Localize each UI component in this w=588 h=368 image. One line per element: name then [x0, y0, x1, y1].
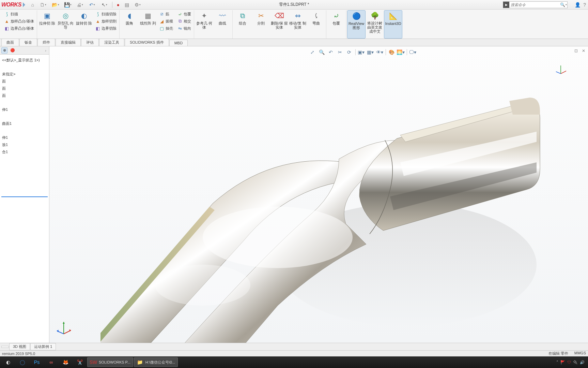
wrap-button[interactable]: ⤾包覆	[176, 11, 192, 17]
search-command-box[interactable]: ▶ 🔍▾	[503, 1, 568, 8]
hole-wizard-button[interactable]: ◎异型孔 向导	[56, 10, 75, 39]
taskbar-photoshop-icon[interactable]: Ps	[30, 357, 44, 367]
tab-sheet-metal[interactable]: 钣金	[19, 39, 37, 46]
tree-plane-1[interactable]: 面	[1, 78, 48, 85]
rib-button[interactable]: ⧄筋	[158, 11, 174, 17]
taskbar-snip-icon[interactable]: ✂️	[73, 357, 87, 367]
curves-button[interactable]: 〰曲线	[213, 10, 232, 39]
help-icon[interactable]: ?	[583, 2, 586, 8]
edit-appearance-icon[interactable]: 🎨	[387, 48, 396, 56]
loft-cut-button[interactable]: ▲放样切割	[94, 18, 118, 25]
zoom-area-icon[interactable]: 🔍	[318, 48, 326, 56]
print-button[interactable]: 🖨▾	[74, 1, 86, 9]
apply-scene-icon[interactable]: 🌅▾	[397, 48, 405, 56]
tab-render[interactable]: 渲染工具	[99, 39, 124, 46]
mirror-button[interactable]: ⇋镜向	[176, 25, 192, 32]
options-icon[interactable]: ▤	[123, 1, 131, 9]
bend-button[interactable]: ⤹弯曲	[307, 10, 325, 39]
orientation-triad-icon[interactable]	[56, 320, 72, 337]
shell-button[interactable]: ▢抽壳	[158, 25, 174, 32]
search-input[interactable]	[509, 3, 560, 7]
ref-geometry-button[interactable]: ✦参考几 何体	[195, 10, 213, 39]
tab-sw-addins[interactable]: SOLIDWORKS 插件	[125, 39, 169, 46]
view-orientation-icon[interactable]: ▣▾	[357, 48, 365, 56]
hide-show-icon[interactable]: 👁▾	[375, 48, 384, 56]
tray-power-icon[interactable]: 🔌	[573, 360, 578, 365]
realview-button[interactable]: 🔵RealView 图形	[347, 10, 366, 39]
revolve-cut-button[interactable]: ◐旋转切 除	[75, 10, 93, 39]
rebuild-button[interactable]: ●	[114, 1, 122, 9]
undo-button[interactable]: ↶▾	[87, 1, 98, 9]
wrap2-button[interactable]: ⤾包覆	[327, 10, 345, 39]
tree-feature-1[interactable]: 伸1	[1, 106, 48, 113]
view-tab-3d[interactable]: 3D 视图	[9, 343, 30, 350]
dynamic-zoom-icon[interactable]: ⟳	[345, 48, 353, 56]
linear-pattern-button[interactable]: ▦线性阵 列	[139, 10, 157, 39]
tray-up-icon[interactable]: ˄	[556, 360, 558, 365]
tab-weldments[interactable]: 焊件	[37, 39, 55, 46]
tab-evaluate[interactable]: 评估	[81, 39, 99, 46]
split-button[interactable]: ✂分割	[252, 10, 270, 39]
tree-feature-2[interactable]: 曲面1	[1, 120, 48, 127]
status-units[interactable]: MMGS	[574, 351, 586, 356]
system-tray[interactable]: ˄ 🚩 🛡 🔌 🔊	[556, 360, 587, 365]
delete-keep-button[interactable]: ⌫删除/保 留实体	[270, 10, 289, 39]
tray-volume-icon[interactable]: 🔊	[580, 360, 585, 365]
user-icon[interactable]: 👤	[575, 2, 581, 8]
move-copy-button[interactable]: ⇔移动/复 制实体	[289, 10, 307, 39]
draft-button[interactable]: ◢拔模	[158, 18, 174, 25]
search-play-icon[interactable]: ▶	[503, 2, 509, 8]
boundary-cut-button[interactable]: ◧边界切除	[94, 25, 118, 32]
viewport-close-icon[interactable]: ✕	[581, 48, 587, 54]
tab-direct-edit[interactable]: 直接编辑	[56, 39, 81, 46]
start-button[interactable]: ◐	[1, 357, 15, 367]
new-file-button[interactable]: 🗋▾	[37, 1, 49, 9]
design-tree-lang-button[interactable]: 🌳将设计树 由英文改 成中文	[366, 10, 384, 39]
view-tab-model[interactable]	[1, 346, 9, 348]
tree-display-state[interactable]: <<默认>_显示状态 1>)	[1, 57, 48, 64]
display-style-icon[interactable]: ▦▾	[366, 48, 374, 56]
task-pane-arrow-icon[interactable]	[23, 2, 25, 7]
taskbar-app2-icon[interactable]: 🦊	[59, 357, 72, 367]
sweep-boss-button[interactable]: ⟆扫描	[3, 11, 35, 17]
panel-expand-icon[interactable]: ›	[44, 48, 48, 53]
zoom-fit-icon[interactable]: ⤢	[308, 48, 316, 56]
tab-mbd[interactable]: MBD	[169, 40, 188, 46]
tree-plane-2[interactable]: 面	[1, 85, 48, 92]
tab-surface[interactable]: 曲面	[1, 39, 19, 46]
section-view-icon[interactable]: ✂	[336, 48, 344, 56]
boundary-boss-button[interactable]: ◧边界凸台/基体	[3, 25, 35, 32]
tree-rollback-bar[interactable]	[1, 196, 48, 197]
settings-button[interactable]: ⚙▾	[132, 1, 143, 9]
appearance-tab-icon[interactable]: 🔴	[10, 47, 16, 54]
loft-boss-button[interactable]: ▲放样凸台/基体	[3, 18, 35, 25]
view-tab-motion[interactable]: 运动算例 1	[30, 343, 56, 350]
graphics-viewport[interactable]: ⤢ 🔍 ↶ ✂ ⟳ ▣▾ ▦▾ 👁▾ 🎨 🌅▾ 🖵▾ ⊡ ✕	[49, 46, 588, 343]
save-button[interactable]: 💾▾	[62, 1, 74, 9]
taskbar-app1-icon[interactable]: ∞	[44, 357, 58, 367]
taskbar-solidworks-button[interactable]: SWSOLIDWORKS P...	[87, 357, 133, 367]
home-icon[interactable]: ⌂	[29, 1, 37, 9]
select-button[interactable]: ↖▾	[99, 1, 110, 9]
sweep-cut-button[interactable]: ⟆扫描切除	[94, 11, 118, 17]
taskbar-cortana-icon[interactable]: ◯	[16, 357, 29, 367]
intersect-button[interactable]: ⧉相交	[176, 18, 192, 25]
prev-view-icon[interactable]: ↶	[327, 48, 335, 56]
tree-unspecified[interactable]: 未指定>	[1, 71, 48, 78]
open-file-button[interactable]: 📂▾	[50, 1, 61, 9]
tray-shield-icon[interactable]: 🛡	[567, 360, 571, 364]
tree-feature-4[interactable]: 放1	[1, 141, 48, 148]
combine-button[interactable]: ⧉组合	[233, 10, 252, 39]
tree-feature-3[interactable]: 伸1	[1, 134, 48, 141]
search-icon[interactable]: 🔍▾	[560, 2, 567, 7]
taskbar-explorer-button[interactable]: 📁H:\微信公众号\0...	[134, 357, 178, 367]
tree-plane-3[interactable]: 面	[1, 92, 48, 99]
viewport-menu-icon[interactable]: ⊡	[573, 48, 579, 54]
instant3d-button[interactable]: 📐Instant3D	[384, 10, 402, 39]
feature-tree-tab-icon[interactable]: ⊕	[1, 47, 7, 54]
tray-flag-icon[interactable]: 🚩	[560, 360, 565, 365]
view-settings-icon[interactable]: 🖵▾	[408, 48, 417, 56]
fillet-button[interactable]: ◖圆角	[120, 10, 139, 39]
extrude-cut-button[interactable]: ▣拉伸切 除	[38, 10, 56, 39]
tree-feature-5[interactable]: 合1	[1, 148, 48, 156]
